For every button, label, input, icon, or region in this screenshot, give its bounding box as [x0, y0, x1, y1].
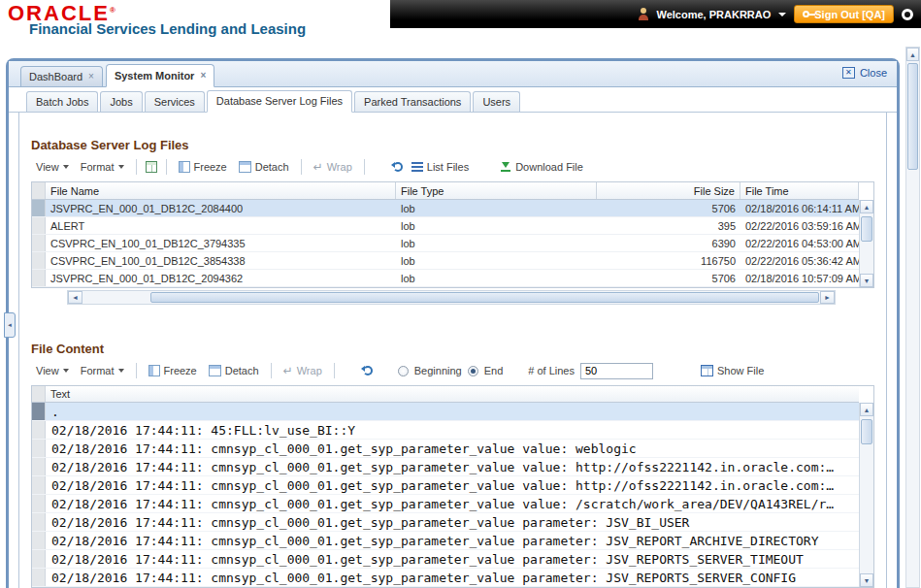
view-menu-button[interactable]: View: [33, 363, 72, 378]
scrollbar-thumb[interactable]: [150, 292, 819, 303]
detach-button[interactable]: Detach: [206, 363, 262, 378]
subtab-jobs[interactable]: Jobs: [100, 91, 142, 112]
globe-icon[interactable]: [902, 9, 913, 20]
log-line-text[interactable]: 02/18/2016 17:44:11: cmnsyp_cl_000_01.ge…: [46, 478, 859, 493]
log-line-text[interactable]: 02/18/2016 17:44:11: cmnsyp_cl_000_01.ge…: [46, 460, 859, 474]
file-type-cell[interactable]: lob: [396, 255, 597, 267]
file-name-cell[interactable]: JSVPRC_EN_000_01_DB12C_2084400: [46, 203, 396, 214]
file-name-cell[interactable]: ALERT: [46, 220, 396, 232]
table-row[interactable]: CSVPRC_EN_100_01_DB12C_3794335 lob 6390 …: [32, 235, 859, 252]
refresh-icon[interactable]: [363, 366, 373, 376]
log-line-row[interactable]: 02/18/2016 17:44:11: cmnsyp_cl_000_01.ge…: [32, 495, 859, 513]
chevron-down-icon[interactable]: [778, 13, 786, 16]
download-file-button[interactable]: Download File: [497, 159, 586, 175]
column-header-text[interactable]: Text: [46, 388, 75, 400]
format-menu-button[interactable]: Format: [78, 159, 127, 175]
log-line-row[interactable]: 02/18/2016 17:44:11: 45:FLL:lv_use_BI::Y: [32, 421, 859, 440]
scrollbar-thumb[interactable]: [907, 63, 918, 170]
table-vertical-scrollbar[interactable]: ▲ ▼: [859, 200, 873, 287]
format-menu-button[interactable]: Format: [78, 363, 127, 378]
file-type-cell[interactable]: lob: [396, 203, 597, 214]
log-line-text[interactable]: 02/18/2016 17:44:11: cmnsyp_cl_000_01.ge…: [46, 534, 859, 548]
scroll-up-button[interactable]: ▲: [906, 48, 919, 61]
freeze-button[interactable]: Freeze: [146, 363, 200, 378]
num-lines-input[interactable]: [580, 363, 653, 379]
column-header-file-time[interactable]: File Time: [740, 182, 859, 199]
list-files-button[interactable]: List Files: [409, 159, 472, 175]
view-menu-button[interactable]: View: [33, 159, 72, 175]
freeze-button[interactable]: Freeze: [176, 159, 230, 175]
log-line-text[interactable]: 02/18/2016 17:44:11: 45:FLL:lv_use_BI::Y: [46, 423, 859, 438]
file-type-cell[interactable]: lob: [396, 273, 597, 284]
table-row[interactable]: CSVPRC_EN_100_01_DB12C_3854338 lob 11675…: [32, 252, 859, 270]
log-line-text[interactable]: 02/18/2016 17:44:11: cmnsyp_cl_000_01.ge…: [46, 552, 859, 567]
column-header-file-type[interactable]: File Type: [396, 182, 597, 199]
log-line-text[interactable]: 02/18/2016 17:44:11: cmnsyp_cl_000_01.ge…: [46, 441, 859, 456]
file-type-cell[interactable]: lob: [396, 220, 597, 232]
log-line-row[interactable]: .: [32, 403, 859, 421]
column-header-file-name[interactable]: File Name: [46, 182, 396, 199]
wrap-button[interactable]: ↵ Wrap: [311, 159, 355, 175]
file-size-cell[interactable]: 6390: [597, 238, 740, 249]
log-line-text[interactable]: 02/18/2016 17:44:11: cmnsyp_cl_000_01.ge…: [46, 571, 859, 585]
subtab-users[interactable]: Users: [473, 91, 520, 112]
scrollbar-thumb[interactable]: [861, 216, 872, 242]
splitter-collapse-handle[interactable]: ◄: [4, 312, 16, 338]
table-vertical-scrollbar[interactable]: ▲ ▼: [859, 403, 873, 587]
table-row[interactable]: JSVPRC_EN_000_01_DB12C_2084400 lob 5706 …: [32, 200, 859, 217]
file-time-cell[interactable]: 02/22/2016 04:53:00 AM: [740, 238, 859, 249]
file-time-cell[interactable]: 02/18/2016 06:14:11 AM: [740, 203, 859, 214]
scrollbar-thumb[interactable]: [861, 419, 872, 444]
show-file-button[interactable]: Show File: [698, 363, 767, 378]
log-line-row[interactable]: 02/18/2016 17:44:11: cmnsyp_cl_000_01.ge…: [32, 550, 859, 569]
table-horizontal-scrollbar[interactable]: ◄ ►: [67, 290, 836, 305]
file-time-cell[interactable]: 02/18/2016 10:57:09 AM: [740, 273, 859, 284]
file-time-cell[interactable]: 02/22/2016 05:36:42 AM: [740, 255, 859, 267]
sign-out-button[interactable]: Sign Out [QA]: [794, 5, 894, 23]
beginning-radio-label[interactable]: Beginning: [414, 365, 462, 376]
tab-system-monitor[interactable]: System Monitor ×: [106, 64, 214, 87]
log-line-row[interactable]: 02/18/2016 17:44:11: cmnsyp_cl_000_01.ge…: [32, 569, 859, 587]
end-radio[interactable]: [468, 366, 478, 376]
scroll-up-button[interactable]: ▲: [860, 200, 873, 213]
table-row[interactable]: ALERT lob 395 02/22/2016 03:59:16 AM: [32, 217, 859, 235]
subtab-services[interactable]: Services: [145, 91, 205, 112]
close-icon[interactable]: ×: [88, 72, 94, 82]
subtab-batch-jobs[interactable]: Batch Jobs: [26, 91, 98, 112]
scroll-down-button[interactable]: ▼: [860, 573, 873, 587]
page-scrollbar[interactable]: ▲: [905, 47, 920, 588]
file-size-cell[interactable]: 116750: [597, 255, 740, 267]
log-line-row[interactable]: 02/18/2016 17:44:11: cmnsyp_cl_000_01.ge…: [32, 513, 859, 532]
subtab-parked-transactions[interactable]: Parked Transactions: [354, 91, 471, 112]
scroll-up-button[interactable]: ▲: [860, 403, 873, 416]
column-header-file-size[interactable]: File Size: [597, 182, 740, 199]
refresh-icon[interactable]: [393, 162, 403, 172]
log-line-row[interactable]: 02/18/2016 17:44:11: cmnsyp_cl_000_01.ge…: [32, 458, 859, 476]
log-line-row[interactable]: 02/18/2016 17:44:11: cmnsyp_cl_000_01.ge…: [32, 532, 859, 550]
table-row[interactable]: JSVPRC_EN_000_01_DB12C_2094362 lob 5706 …: [32, 270, 859, 287]
file-time-cell[interactable]: 02/22/2016 03:59:16 AM: [740, 220, 859, 232]
end-radio-label[interactable]: End: [484, 365, 504, 376]
file-size-cell[interactable]: 395: [597, 220, 740, 232]
scroll-left-button[interactable]: ◄: [68, 291, 82, 304]
log-line-row[interactable]: 02/18/2016 17:44:11: cmnsyp_cl_000_01.ge…: [32, 440, 859, 458]
log-line-text[interactable]: .: [46, 405, 859, 419]
tab-dashboard[interactable]: DashBoard ×: [20, 66, 103, 86]
close-window-button[interactable]: ✕ Close: [842, 67, 887, 79]
file-size-cell[interactable]: 5706: [597, 203, 740, 214]
file-name-cell[interactable]: JSVPRC_EN_000_01_DB12C_2094362: [46, 273, 396, 284]
wrap-button[interactable]: ↵ Wrap: [280, 363, 325, 378]
log-line-row[interactable]: 02/18/2016 17:44:11: cmnsyp_cl_000_01.ge…: [32, 476, 859, 495]
file-name-cell[interactable]: CSVPRC_EN_100_01_DB12C_3794335: [46, 238, 396, 249]
beginning-radio[interactable]: [398, 366, 409, 376]
close-icon[interactable]: ×: [200, 71, 206, 81]
file-name-cell[interactable]: CSVPRC_EN_100_01_DB12C_3854338: [46, 255, 396, 267]
subtab-database-server-log-files[interactable]: Database Server Log Files: [207, 90, 352, 113]
log-line-text[interactable]: 02/18/2016 17:44:11: cmnsyp_cl_000_01.ge…: [46, 515, 859, 530]
scroll-right-button[interactable]: ►: [820, 291, 835, 304]
log-line-text[interactable]: 02/18/2016 17:44:11: cmnsyp_cl_000_01.ge…: [46, 497, 859, 511]
file-size-cell[interactable]: 5706: [597, 273, 740, 284]
scroll-down-button[interactable]: ▼: [860, 274, 873, 287]
file-type-cell[interactable]: lob: [396, 238, 597, 249]
detach-button[interactable]: Detach: [236, 159, 292, 175]
